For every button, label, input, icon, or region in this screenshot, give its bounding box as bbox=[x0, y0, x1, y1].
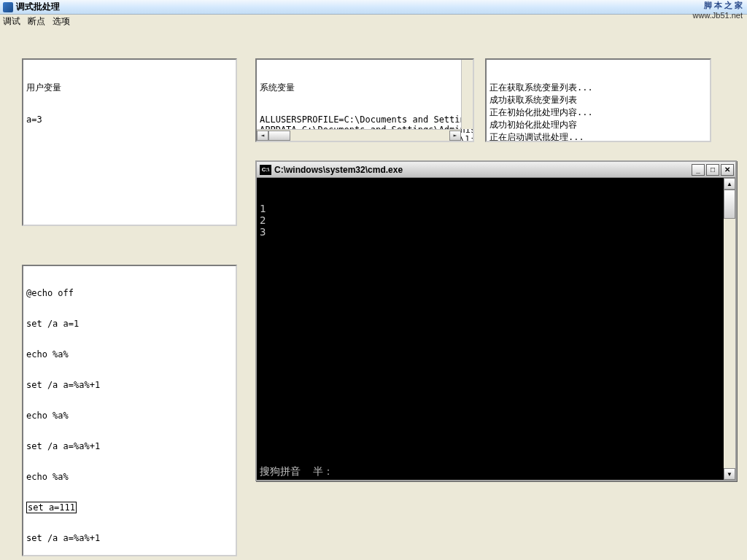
code-panel[interactable]: @echo off set /a a=1 echo %a% set /a a=%… bbox=[22, 265, 237, 556]
code-line: echo %a% bbox=[26, 349, 233, 359]
cmd-icon: C:\ bbox=[260, 165, 271, 175]
sys-scrollbar-h[interactable]: ◄ ► bbox=[257, 129, 461, 141]
window-title: 调式批处理 bbox=[16, 1, 60, 13]
cmd-scrollbar[interactable]: ▲ ▼ bbox=[724, 178, 735, 480]
sys-vars-panel[interactable]: 系统变量 ALLUSERSPROFILE=C:\Documents and Se… bbox=[255, 58, 474, 142]
scroll-track[interactable] bbox=[724, 219, 735, 468]
cmd-title: C:\windows\system32\cmd.exe bbox=[274, 165, 692, 175]
watermark-title: 脚 本 之 家 bbox=[693, 0, 743, 11]
user-vars-title: 用户变量 bbox=[26, 82, 233, 94]
cmd-content[interactable]: 1 2 3 搜狗拼音 半： bbox=[257, 178, 724, 480]
code-current-line: set a=111 bbox=[26, 502, 77, 513]
cmd-window[interactable]: C:\ C:\windows\system32\cmd.exe _ □ ✕ 1 … bbox=[255, 160, 737, 481]
close-button[interactable]: ✕ bbox=[721, 164, 734, 176]
titlebar: 调式批处理 bbox=[0, 0, 747, 15]
log-panel[interactable]: 正在获取系统变量列表... 成功获取系统变量列表 正在初始化批处理内容... 成… bbox=[485, 58, 711, 142]
ime-status: 搜狗拼音 半： bbox=[260, 465, 333, 478]
cmd-output: 1 2 3 bbox=[260, 203, 721, 238]
code-line: set /a a=1 bbox=[26, 319, 233, 329]
scroll-thumb-v[interactable] bbox=[724, 190, 735, 219]
code-line: set /a a=%a%+1 bbox=[26, 380, 233, 390]
sys-scrollbar-v[interactable] bbox=[461, 60, 473, 129]
maximize-button[interactable]: □ bbox=[706, 164, 719, 176]
cmd-titlebar[interactable]: C:\ C:\windows\system32\cmd.exe _ □ ✕ bbox=[257, 162, 735, 178]
menu-breakpoint[interactable]: 断点 bbox=[28, 15, 45, 28]
scroll-up-icon[interactable]: ▲ bbox=[724, 178, 735, 190]
app-icon bbox=[3, 2, 13, 12]
user-vars-content: a=3 bbox=[26, 114, 233, 125]
code-line: set /a a=%a%+1 bbox=[26, 441, 233, 451]
log-content: 正在获取系统变量列表... 成功获取系统变量列表 正在初始化批处理内容... 成… bbox=[489, 82, 707, 142]
scroll-down-icon[interactable]: ▼ bbox=[724, 468, 735, 480]
scroll-right-icon[interactable]: ► bbox=[449, 131, 461, 141]
menu-debug[interactable]: 调试 bbox=[3, 15, 20, 28]
scroll-thumb-h[interactable] bbox=[268, 131, 290, 141]
menu-options[interactable]: 选项 bbox=[53, 15, 70, 28]
menubar: 调试 断点 选项 bbox=[0, 15, 747, 28]
code-line: echo %a% bbox=[26, 411, 233, 421]
minimize-button[interactable]: _ bbox=[692, 164, 705, 176]
code-line: @echo off bbox=[26, 288, 233, 298]
workspace: 用户变量 a=3 系统变量 ALLUSERSPROFILE=C:\Documen… bbox=[0, 28, 747, 560]
scroll-left-icon[interactable]: ◄ bbox=[257, 131, 268, 141]
sys-vars-title: 系统变量 bbox=[260, 82, 460, 94]
code-line: echo %a% bbox=[26, 472, 233, 482]
user-vars-panel[interactable]: 用户变量 a=3 bbox=[22, 58, 237, 226]
code-line: set /a a=%a%+1 bbox=[26, 533, 233, 543]
watermark-url: www.Jb51.net bbox=[693, 11, 743, 20]
watermark: 脚 本 之 家 www.Jb51.net bbox=[693, 0, 743, 20]
cmd-body: 1 2 3 搜狗拼音 半： ▲ ▼ bbox=[257, 178, 735, 480]
